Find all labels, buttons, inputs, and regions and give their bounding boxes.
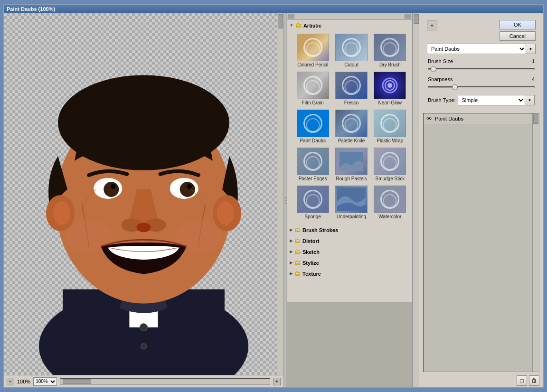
delete-layer-icon: 🗑 (531, 377, 537, 384)
filter-preview-area (287, 302, 412, 387)
filter-name-dry-brush: Dry Brush (379, 62, 400, 68)
category-texture[interactable]: ▶ 🗂 Texture (287, 268, 412, 279)
layer-name: Paint Daubs (435, 116, 536, 121)
svg-point-26 (387, 83, 392, 88)
layer-visibility-icon[interactable]: 👁 (426, 115, 432, 122)
brush-size-row: Brush Size 1 (423, 57, 539, 65)
layer-item-paint-daubs[interactable]: 👁 Paint Daubs (424, 113, 539, 124)
filter-name-sponge: Sponge (304, 214, 321, 220)
folder-distort-icon: 🗂 (294, 237, 301, 244)
brush-size-slider-thumb[interactable] (431, 66, 436, 72)
filter-thumb-cutout (335, 34, 368, 61)
brush-size-label: Brush Size (428, 58, 519, 64)
chevron-right-icon-3: ▶ (290, 250, 292, 254)
ok-button[interactable]: OK (500, 20, 536, 29)
svg-point-16 (180, 182, 195, 197)
filter-item-palette-knife[interactable]: Palette Knife (333, 109, 369, 145)
filter-item-underpainting[interactable]: Underpainting (333, 185, 369, 221)
filter-item-film-grain[interactable]: Film Grain (294, 71, 331, 107)
filter-select-dropdown[interactable]: Paint Daubs (427, 44, 526, 54)
zoom-dropdown[interactable]: 100% 50% 200% (33, 377, 57, 386)
chevron-right-icon-5: ▶ (290, 271, 292, 276)
filter-name-colored-pencil: Colored Pencil (297, 62, 328, 68)
minus-icon: − (9, 379, 12, 384)
category-distort[interactable]: ▶ 🗂 Distort (287, 235, 412, 246)
filter-item-cutout[interactable]: Cutout (333, 33, 369, 69)
filter-thumb-film-grain (297, 72, 329, 99)
canvas-inner (4, 13, 283, 375)
filter-scrollbar[interactable] (413, 13, 419, 387)
category-brush-strokes-label: Brush Strokes (302, 227, 338, 233)
filter-item-rough-pastels[interactable]: Rough Pastels (333, 147, 369, 183)
sharpness-label: Sharpness (428, 76, 519, 82)
filter-item-plastic-wrap[interactable]: Plastic Wrap (372, 109, 408, 145)
brush-type-arrow[interactable]: ▼ (525, 95, 535, 105)
delete-layer-button[interactable]: 🗑 (529, 375, 539, 386)
chevron-right-icon-4: ▶ (290, 261, 292, 265)
layers-scrollbar[interactable] (532, 113, 539, 372)
filter-item-neon-glow[interactable]: Neon Glow (372, 71, 408, 107)
filter-item-smudge-stick[interactable]: Smudge Stick (372, 147, 408, 183)
controls-panel: « OK Cancel Paint Daubs ▼ Brush S (419, 13, 543, 387)
category-artistic[interactable]: ▼ 🗂 Artistic (287, 20, 412, 31)
svg-point-4 (140, 324, 147, 331)
canvas-footer: − 100% 100% 50% 200% + (4, 375, 283, 387)
window-title: Paint Daubs (100%) (7, 6, 55, 12)
filter-item-dry-brush[interactable]: Dry Brush (372, 33, 408, 69)
filter-item-fresco[interactable]: Fresco (333, 71, 369, 107)
sharpness-slider-container (423, 86, 539, 90)
cancel-button[interactable]: Cancel (500, 31, 536, 41)
canvas-scroll[interactable] (4, 13, 283, 375)
filter-name-smudge-stick: Smudge Stick (375, 176, 405, 182)
filter-thumb-underpainting (335, 186, 368, 213)
filter-thumb-rough-pastels (335, 148, 368, 175)
category-artistic-label: Artistic (303, 23, 321, 28)
zoom-in-button[interactable]: + (273, 378, 281, 385)
collapse-icon: « (431, 23, 434, 28)
chevron-down-icon: ▼ (290, 23, 293, 28)
sharpness-slider-thumb[interactable] (452, 84, 458, 90)
svg-point-10 (53, 201, 70, 225)
brush-type-label: Brush Type: (428, 97, 456, 103)
filter-name-watercolor: Watercolor (378, 214, 401, 220)
filter-name-poster-edges: Poster Edges (299, 176, 327, 182)
filter-thumb-watercolor (374, 186, 406, 213)
layers-panel: 👁 Paint Daubs (423, 113, 539, 372)
scrollbar-thumb[interactable] (63, 379, 91, 384)
category-sketch-label: Sketch (302, 249, 320, 255)
svg-point-17 (111, 184, 115, 189)
filter-name-underpainting: Underpainting (337, 214, 366, 220)
filter-select-row: Paint Daubs ▼ (423, 44, 539, 54)
filter-thumb-poster-edges (297, 148, 329, 175)
character-image (4, 13, 283, 375)
filter-item-paint-daubs[interactable]: Paint Daubs (294, 109, 331, 145)
chevron-right-icon-2: ▶ (290, 239, 292, 243)
filter-select-arrow[interactable]: ▼ (526, 44, 536, 54)
filter-item-watercolor[interactable]: Watercolor (372, 185, 408, 221)
svg-point-12 (217, 201, 234, 225)
brush-size-slider[interactable] (428, 68, 535, 70)
filter-item-colored-pencil[interactable]: Colored Pencil (294, 33, 331, 69)
filter-thumb-smudge-stick (374, 148, 406, 175)
category-sketch[interactable]: ▶ 🗂 Sketch (287, 246, 412, 257)
brush-type-select[interactable]: Simple Light Rough Dark Rough Wide Sharp… (458, 95, 526, 105)
filter-scroll[interactable]: ▼ 🗂 Artistic Colored Pencil (287, 20, 412, 302)
filter-grid-artistic: Colored Pencil Cutout Dry Brush (287, 31, 412, 224)
filter-item-sponge[interactable]: Sponge (294, 185, 331, 221)
filter-name-neon-glow: Neon Glow (378, 100, 402, 106)
filter-item-poster-edges[interactable]: Poster Edges (294, 147, 331, 183)
horizontal-scrollbar[interactable] (60, 378, 270, 385)
filter-name-palette-knife: Palette Knife (338, 138, 365, 144)
zoom-out-button[interactable]: − (7, 378, 14, 385)
sharpness-slider[interactable] (428, 86, 535, 88)
filter-panel: ▼ 🗂 Artistic Colored Pencil (287, 13, 413, 387)
add-layer-icon: □ (520, 377, 523, 384)
category-brush-strokes[interactable]: ▶ 🗂 Brush Strokes (287, 224, 412, 235)
collapse-panel-button[interactable]: « (427, 20, 437, 30)
title-bar: Paint Daubs (100%) (4, 5, 543, 13)
add-layer-button[interactable]: □ (517, 375, 527, 386)
layers-scroll-thumb[interactable] (533, 114, 538, 124)
category-stylize[interactable]: ▶ 🗂 Stylize (287, 257, 412, 268)
category-distort-label: Distort (302, 238, 319, 244)
sharpness-row: Sharpness 4 (423, 75, 539, 84)
